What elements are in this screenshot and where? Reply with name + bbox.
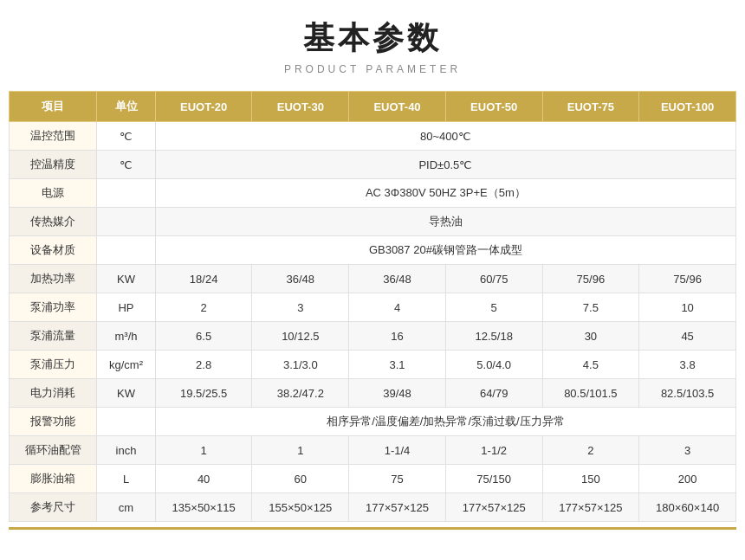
row-value-6-5: 10 <box>639 293 736 322</box>
bottom-line <box>9 527 736 530</box>
page-title: 基本参数 <box>303 17 442 60</box>
row-value-12-0: 40 <box>155 465 252 493</box>
row-value-8-0: 2.8 <box>155 351 252 379</box>
row-span-value-2: AC 3Φ380V 50HZ 3P+E（5m） <box>155 179 735 208</box>
header-col-4: EUOT-40 <box>349 92 446 122</box>
row-unit-8: kg/cm² <box>97 351 156 379</box>
table-row: 加热功率KW18/2436/4836/4860/7575/9675/96 <box>10 265 736 293</box>
header-col-7: EUOT-100 <box>639 92 736 122</box>
row-value-9-5: 82.5/103.5 <box>639 379 736 408</box>
row-unit-11: inch <box>97 436 156 465</box>
row-value-7-0: 6.5 <box>155 322 252 351</box>
row-value-9-0: 19.5/25.5 <box>155 379 252 408</box>
row-value-13-0: 135×50×115 <box>155 493 252 522</box>
row-value-11-2: 1-1/4 <box>349 436 446 465</box>
table-row: 报警功能相序异常/温度偏差/加热异常/泵浦过载/压力异常 <box>10 408 736 436</box>
row-name-7: 泵浦流量 <box>10 322 97 351</box>
row-value-7-2: 16 <box>349 322 446 351</box>
row-name-5: 加热功率 <box>10 265 97 293</box>
row-value-8-5: 3.8 <box>639 351 736 379</box>
row-value-5-3: 60/75 <box>445 265 542 293</box>
row-span-value-4: GB3087 20#碳钢管路一体成型 <box>155 236 735 265</box>
row-name-12: 膨胀油箱 <box>10 465 97 493</box>
row-name-9: 电力消耗 <box>10 379 97 408</box>
row-value-6-4: 7.5 <box>542 293 639 322</box>
row-unit-3 <box>97 208 156 236</box>
row-name-13: 参考尺寸 <box>10 493 97 522</box>
table-row: 传热媒介导热油 <box>10 208 736 236</box>
row-unit-10 <box>97 408 156 436</box>
row-value-9-3: 64/79 <box>445 379 542 408</box>
row-value-12-3: 75/150 <box>445 465 542 493</box>
row-unit-6: HP <box>97 293 156 322</box>
row-value-11-3: 1-1/2 <box>445 436 542 465</box>
table-row: 设备材质GB3087 20#碳钢管路一体成型 <box>10 236 736 265</box>
row-unit-7: m³/h <box>97 322 156 351</box>
row-value-8-2: 3.1 <box>349 351 446 379</box>
row-span-value-0: 80~400℃ <box>155 122 735 151</box>
row-unit-12: L <box>97 465 156 493</box>
row-span-value-1: PID±0.5℃ <box>155 151 735 179</box>
table-row: 循环油配管inch111-1/41-1/223 <box>10 436 736 465</box>
row-unit-5: KW <box>97 265 156 293</box>
table-row: 电源AC 3Φ380V 50HZ 3P+E（5m） <box>10 179 736 208</box>
row-value-8-1: 3.1/3.0 <box>252 351 349 379</box>
row-value-13-2: 177×57×125 <box>349 493 446 522</box>
row-span-value-10: 相序异常/温度偏差/加热异常/泵浦过载/压力异常 <box>155 408 735 436</box>
header-col-5: EUOT-50 <box>445 92 542 122</box>
row-unit-13: cm <box>97 493 156 522</box>
row-value-5-0: 18/24 <box>155 265 252 293</box>
header-col-6: EUOT-75 <box>542 92 639 122</box>
row-value-9-1: 38.2/47.2 <box>252 379 349 408</box>
row-value-13-1: 155×50×125 <box>252 493 349 522</box>
row-value-11-4: 2 <box>542 436 639 465</box>
row-value-6-3: 5 <box>445 293 542 322</box>
row-span-value-3: 导热油 <box>155 208 735 236</box>
table-row: 温控范围℃80~400℃ <box>10 122 736 151</box>
row-unit-2 <box>97 179 156 208</box>
table-row: 泵浦流量m³/h6.510/12.51612.5/183045 <box>10 322 736 351</box>
row-value-5-1: 36/48 <box>252 265 349 293</box>
row-value-12-5: 200 <box>639 465 736 493</box>
row-name-0: 温控范围 <box>10 122 97 151</box>
row-value-11-5: 3 <box>639 436 736 465</box>
row-unit-1: ℃ <box>97 151 156 179</box>
row-unit-0: ℃ <box>97 122 156 151</box>
row-name-6: 泵浦功率 <box>10 293 97 322</box>
row-unit-9: KW <box>97 379 156 408</box>
table-row: 泵浦功率HP23457.510 <box>10 293 736 322</box>
row-name-1: 控温精度 <box>10 151 97 179</box>
row-value-8-4: 4.5 <box>542 351 639 379</box>
table-row: 泵浦压力kg/cm²2.83.1/3.03.15.0/4.04.53.8 <box>10 351 736 379</box>
row-value-7-1: 10/12.5 <box>252 322 349 351</box>
row-value-11-0: 1 <box>155 436 252 465</box>
row-value-6-1: 3 <box>252 293 349 322</box>
row-value-11-1: 1 <box>252 436 349 465</box>
row-name-11: 循环油配管 <box>10 436 97 465</box>
row-value-9-2: 39/48 <box>349 379 446 408</box>
row-name-10: 报警功能 <box>10 408 97 436</box>
parameter-table: 项目单位EUOT-20EUOT-30EUOT-40EUOT-50EUOT-75E… <box>9 91 736 522</box>
row-value-6-2: 4 <box>349 293 446 322</box>
header-col-0: 项目 <box>10 92 97 122</box>
row-value-7-3: 12.5/18 <box>445 322 542 351</box>
header-col-2: EUOT-20 <box>155 92 252 122</box>
row-value-9-4: 80.5/101.5 <box>542 379 639 408</box>
header-col-1: 单位 <box>97 92 156 122</box>
row-unit-4 <box>97 236 156 265</box>
row-value-7-5: 45 <box>639 322 736 351</box>
table-row: 电力消耗KW19.5/25.538.2/47.239/4864/7980.5/1… <box>10 379 736 408</box>
row-value-6-0: 2 <box>155 293 252 322</box>
header-col-3: EUOT-30 <box>252 92 349 122</box>
row-value-7-4: 30 <box>542 322 639 351</box>
row-name-3: 传热媒介 <box>10 208 97 236</box>
row-value-5-2: 36/48 <box>349 265 446 293</box>
page-subtitle: PRODUCT PARAMETER <box>284 63 461 75</box>
table-row: 膨胀油箱L40607575/150150200 <box>10 465 736 493</box>
row-name-8: 泵浦压力 <box>10 351 97 379</box>
row-value-13-5: 180×60×140 <box>639 493 736 522</box>
row-value-5-4: 75/96 <box>542 265 639 293</box>
row-value-13-3: 177×57×125 <box>445 493 542 522</box>
row-value-12-2: 75 <box>349 465 446 493</box>
table-row: 控温精度℃PID±0.5℃ <box>10 151 736 179</box>
